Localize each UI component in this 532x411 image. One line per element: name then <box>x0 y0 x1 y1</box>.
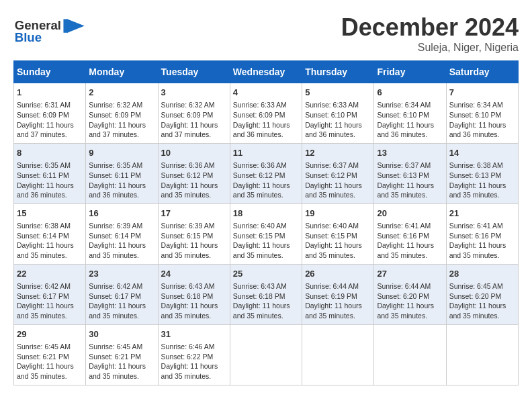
daylight: Daylight: 11 hours and 35 minutes. <box>377 181 434 199</box>
header-thursday: Thursday <box>302 61 374 83</box>
sunrise: Sunrise: 6:32 AM <box>161 101 215 109</box>
svg-marker-2 <box>67 19 84 32</box>
daylight: Daylight: 11 hours and 36 minutes. <box>305 121 362 139</box>
svg-text:Blue: Blue <box>15 30 42 44</box>
sunrise: Sunrise: 6:40 AM <box>305 222 359 230</box>
sunset: Sunset: 6:12 PM <box>305 171 357 179</box>
day-number: 2 <box>89 87 154 99</box>
sunset: Sunset: 6:11 PM <box>17 171 69 179</box>
sunrise: Sunrise: 6:34 AM <box>377 101 431 109</box>
calendar-cell: 15Sunrise: 6:38 AMSunset: 6:14 PMDayligh… <box>14 203 86 264</box>
calendar-week-4: 22Sunrise: 6:42 AMSunset: 6:17 PMDayligh… <box>14 264 519 324</box>
calendar-week-5: 29Sunrise: 6:45 AMSunset: 6:21 PMDayligh… <box>14 324 519 385</box>
calendar-cell <box>374 324 446 385</box>
daylight: Daylight: 11 hours and 35 minutes. <box>161 302 218 320</box>
day-number: 28 <box>449 268 515 280</box>
sunrise: Sunrise: 6:32 AM <box>89 101 142 109</box>
day-number: 23 <box>89 268 154 280</box>
sunrise: Sunrise: 6:44 AM <box>377 282 431 290</box>
sunset: Sunset: 6:18 PM <box>161 292 214 300</box>
daylight: Daylight: 11 hours and 35 minutes. <box>161 241 218 259</box>
day-number: 1 <box>17 87 83 99</box>
daylight: Daylight: 11 hours and 37 minutes. <box>17 121 74 139</box>
calendar-cell: 6Sunrise: 6:34 AMSunset: 6:10 PMDaylight… <box>374 83 446 144</box>
sunset: Sunset: 6:18 PM <box>233 292 285 300</box>
calendar-cell <box>230 324 302 385</box>
daylight: Daylight: 11 hours and 36 minutes. <box>233 121 290 139</box>
day-number: 14 <box>449 147 515 159</box>
sunrise: Sunrise: 6:33 AM <box>233 101 287 109</box>
calendar-week-2: 8Sunrise: 6:35 AMSunset: 6:11 PMDaylight… <box>14 143 519 203</box>
day-number: 15 <box>17 208 83 220</box>
sunset: Sunset: 6:14 PM <box>17 232 69 240</box>
sunset: Sunset: 6:12 PM <box>233 171 285 179</box>
daylight: Daylight: 11 hours and 36 minutes. <box>377 121 434 139</box>
calendar-cell: 5Sunrise: 6:33 AMSunset: 6:10 PMDaylight… <box>302 83 374 144</box>
daylight: Daylight: 11 hours and 35 minutes. <box>161 362 218 380</box>
sunset: Sunset: 6:10 PM <box>305 111 357 119</box>
sunrise: Sunrise: 6:34 AM <box>449 101 503 109</box>
daylight: Daylight: 11 hours and 35 minutes. <box>449 302 506 320</box>
day-number: 7 <box>449 87 515 99</box>
header-sunday: Sunday <box>14 61 86 83</box>
logo: General Blue <box>13 13 87 45</box>
calendar-cell: 31Sunrise: 6:46 AMSunset: 6:22 PMDayligh… <box>158 324 230 385</box>
daylight: Daylight: 11 hours and 35 minutes. <box>89 302 146 320</box>
sunrise: Sunrise: 6:38 AM <box>17 222 71 230</box>
sunset: Sunset: 6:22 PM <box>161 353 214 361</box>
daylight: Daylight: 11 hours and 35 minutes. <box>233 302 290 320</box>
daylight: Daylight: 11 hours and 35 minutes. <box>305 181 362 199</box>
day-number: 27 <box>377 268 443 280</box>
sunrise: Sunrise: 6:41 AM <box>377 222 431 230</box>
daylight: Daylight: 11 hours and 35 minutes. <box>17 362 74 380</box>
day-number: 26 <box>305 268 371 280</box>
day-number: 5 <box>305 87 371 99</box>
sunset: Sunset: 6:20 PM <box>377 292 429 300</box>
sunrise: Sunrise: 6:42 AM <box>17 282 71 290</box>
sunset: Sunset: 6:13 PM <box>449 171 502 179</box>
sunrise: Sunrise: 6:39 AM <box>161 222 215 230</box>
day-number: 13 <box>377 147 443 159</box>
sunrise: Sunrise: 6:37 AM <box>377 161 431 169</box>
daylight: Daylight: 11 hours and 36 minutes. <box>17 181 74 199</box>
sunset: Sunset: 6:11 PM <box>89 171 141 179</box>
calendar-cell: 12Sunrise: 6:37 AMSunset: 6:12 PMDayligh… <box>302 143 374 203</box>
daylight: Daylight: 11 hours and 35 minutes. <box>377 241 434 259</box>
day-number: 31 <box>161 328 227 340</box>
sunset: Sunset: 6:20 PM <box>449 292 502 300</box>
sunset: Sunset: 6:17 PM <box>17 292 69 300</box>
day-number: 17 <box>161 208 227 220</box>
sunrise: Sunrise: 6:33 AM <box>305 101 359 109</box>
day-number: 12 <box>305 147 371 159</box>
calendar-cell: 22Sunrise: 6:42 AMSunset: 6:17 PMDayligh… <box>14 264 86 324</box>
calendar-cell: 30Sunrise: 6:45 AMSunset: 6:21 PMDayligh… <box>86 324 158 385</box>
header-monday: Monday <box>86 61 158 83</box>
sunset: Sunset: 6:17 PM <box>89 292 141 300</box>
day-number: 8 <box>17 147 83 159</box>
sunrise: Sunrise: 6:37 AM <box>305 161 359 169</box>
calendar-table: SundayMondayTuesdayWednesdayThursdayFrid… <box>13 60 519 385</box>
logo-image: General Blue <box>13 13 87 45</box>
calendar-cell: 16Sunrise: 6:39 AMSunset: 6:14 PMDayligh… <box>86 203 158 264</box>
daylight: Daylight: 11 hours and 35 minutes. <box>305 241 362 259</box>
day-number: 30 <box>89 328 154 340</box>
daylight: Daylight: 11 hours and 35 minutes. <box>305 302 362 320</box>
sunrise: Sunrise: 6:42 AM <box>89 282 142 290</box>
sunrise: Sunrise: 6:46 AM <box>161 342 215 351</box>
calendar-cell: 26Sunrise: 6:44 AMSunset: 6:19 PMDayligh… <box>302 264 374 324</box>
page-header: General Blue December 2024 Suleja, Niger… <box>13 13 519 54</box>
daylight: Daylight: 11 hours and 35 minutes. <box>449 241 506 259</box>
calendar-cell: 4Sunrise: 6:33 AMSunset: 6:09 PMDaylight… <box>230 83 302 144</box>
daylight: Daylight: 11 hours and 37 minutes. <box>89 121 146 139</box>
calendar-cell: 28Sunrise: 6:45 AMSunset: 6:20 PMDayligh… <box>446 264 518 324</box>
day-number: 4 <box>233 87 299 99</box>
day-number: 16 <box>89 208 154 220</box>
sunrise: Sunrise: 6:35 AM <box>89 161 142 169</box>
sunset: Sunset: 6:15 PM <box>161 232 214 240</box>
day-number: 18 <box>233 208 299 220</box>
sunrise: Sunrise: 6:45 AM <box>449 282 503 290</box>
day-number: 25 <box>233 268 299 280</box>
calendar-cell: 23Sunrise: 6:42 AMSunset: 6:17 PMDayligh… <box>86 264 158 324</box>
calendar-week-1: 1Sunrise: 6:31 AMSunset: 6:09 PMDaylight… <box>14 83 519 144</box>
calendar-cell: 27Sunrise: 6:44 AMSunset: 6:20 PMDayligh… <box>374 264 446 324</box>
